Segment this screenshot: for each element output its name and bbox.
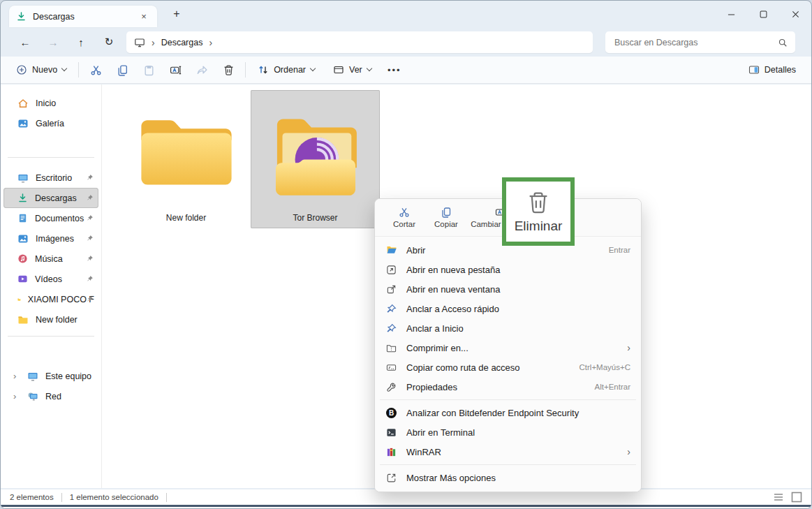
quick-action-label: Copiar [434, 220, 458, 228]
cut-button[interactable] [85, 59, 106, 80]
menu-item-label: Propiedades [406, 382, 457, 392]
sort-button[interactable]: Ordenar [252, 59, 320, 80]
submenu-chevron-icon: › [627, 446, 630, 457]
download-icon [16, 11, 27, 22]
menu-item-label: Analizar con Bitdefender Endpoint Securi… [406, 408, 579, 418]
sidebar-item-new-folder[interactable]: New folder [3, 309, 98, 330]
sidebar-item-videos[interactable]: Vídeos [3, 269, 98, 289]
sidebar-item-musica[interactable]: Música [3, 249, 98, 269]
more-options-button[interactable]: ••• [384, 59, 405, 80]
menu-item-winrar[interactable]: WinRAR › [378, 442, 637, 462]
pin-icon [86, 194, 94, 202]
delete-highlight-annotation[interactable]: Eliminar [502, 177, 575, 246]
delete-button[interactable] [218, 59, 239, 80]
file-tile-new-folder[interactable]: New folder [121, 90, 251, 228]
home-icon [17, 98, 29, 109]
copy-menu-button[interactable]: Copiar [425, 207, 467, 228]
minimize-button[interactable] [715, 1, 747, 27]
view-button-label: Ver [349, 65, 362, 75]
chevron-down-icon [367, 66, 372, 71]
menu-item-anclar-acceso-rapido[interactable]: Anclar a Acceso rápido [378, 299, 637, 318]
folder-icon [133, 90, 239, 213]
status-divider [166, 493, 167, 502]
plus-circle-icon [16, 64, 27, 75]
address-bar[interactable]: › Descargas › [126, 31, 593, 53]
menu-item-abrir-nueva-pestana[interactable]: Abrir en nueva pestaña [378, 260, 637, 279]
tab-descargas[interactable]: Descargas × [9, 6, 157, 27]
sidebar-item-este-equipo[interactable]: › Este equipo [3, 366, 98, 386]
sidebar-divider [8, 336, 94, 337]
sidebar-item-imagenes[interactable]: Imágenes [3, 228, 98, 249]
window-controls [715, 1, 811, 27]
breadcrumb-location[interactable]: Descargas [161, 38, 203, 47]
video-icon [17, 274, 28, 284]
expand-chevron-icon[interactable]: › [13, 371, 20, 381]
cut-icon [399, 207, 410, 218]
zip-folder-icon [385, 342, 397, 354]
desktop-icon [17, 172, 29, 184]
this-pc-icon [27, 371, 38, 382]
context-menu-items: Abrir Entrar Abrir en nueva pestaña Abri… [375, 237, 641, 492]
sidebar-item-label: New folder [36, 315, 77, 325]
sidebar-item-label: Documentos [35, 214, 84, 223]
menu-item-abrir-nueva-ventana[interactable]: Abrir en nueva ventana [378, 279, 637, 299]
download-icon [17, 193, 28, 203]
sidebar-item-xiaomi-poco[interactable]: XIAOMI POCO F [3, 289, 98, 309]
details-pane-icon [748, 64, 760, 75]
refresh-button[interactable]: ↻ [100, 33, 118, 51]
pin-icon [385, 303, 397, 315]
new-tab-button[interactable]: + [168, 6, 185, 22]
file-tile-tor-browser[interactable]: Tor Browser [251, 90, 380, 228]
search-box[interactable] [605, 31, 795, 53]
sidebar-item-descargas[interactable]: Descargas [3, 188, 98, 208]
winrar-icon [385, 446, 397, 458]
up-button[interactable]: ↑ [72, 33, 90, 51]
sidebar-item-escritorio[interactable]: Escritorio [3, 168, 98, 188]
back-button[interactable]: ← [16, 33, 34, 51]
menu-item-shortcut: Alt+Entrar [595, 383, 630, 391]
menu-item-propiedades[interactable]: Propiedades Alt+Entrar [378, 377, 637, 397]
paste-icon [143, 64, 155, 76]
menu-item-anclar-inicio[interactable]: Anclar a Inicio [378, 318, 637, 338]
menu-item-label: Anclar a Inicio [406, 323, 464, 334]
cut-menu-button[interactable]: Cortar [383, 207, 425, 228]
maximize-button[interactable] [747, 1, 779, 27]
menu-item-copiar-ruta[interactable]: Copiar como ruta de acceso Ctrl+Mayús+C [378, 357, 637, 377]
details-pane-button[interactable]: Detalles [743, 59, 802, 80]
file-name: Tor Browser [293, 213, 337, 223]
sidebar-item-inicio[interactable]: Inicio [3, 93, 98, 113]
pin-icon [385, 323, 397, 334]
copy-button[interactable] [112, 59, 133, 80]
menu-item-bitdefender[interactable]: B Analizar con Bitdefender Endpoint Secu… [378, 403, 637, 422]
menu-item-abrir-terminal[interactable]: Abrir en Terminal [378, 422, 637, 442]
new-button[interactable]: Nuevo [10, 59, 72, 80]
sidebar-item-galeria[interactable]: Galería [3, 113, 98, 133]
large-icons-view-icon[interactable] [791, 492, 802, 503]
open-in-window-icon [385, 283, 397, 295]
close-icon [792, 10, 799, 18]
menu-item-label: Anclar a Acceso rápido [406, 304, 499, 314]
copy-icon [441, 207, 452, 218]
share-button [191, 59, 212, 80]
chevron-down-icon [61, 66, 67, 71]
breadcrumb-chevron-icon[interactable]: › [209, 37, 212, 48]
sidebar-item-red[interactable]: › Red [3, 386, 98, 406]
view-button[interactable]: Ver [327, 59, 377, 80]
menu-item-label: WinRAR [406, 447, 441, 457]
expand-chevron-icon[interactable]: › [13, 391, 20, 401]
file-explorer-window: Descargas × + ← → ↑ ↻ › Descargas › [0, 0, 812, 509]
rename-button[interactable] [165, 59, 186, 80]
forward-button[interactable]: → [44, 33, 62, 51]
copy-icon [117, 64, 128, 76]
sidebar-divider [8, 157, 94, 158]
tab-close-icon[interactable]: × [138, 10, 150, 23]
sidebar-item-documentos[interactable]: Documentos [3, 208, 98, 228]
sort-button-label: Ordenar [274, 65, 306, 75]
close-button[interactable] [779, 1, 811, 27]
sidebar-item-label: XIAOMI POCO F [28, 295, 94, 304]
search-input[interactable] [613, 37, 778, 48]
menu-item-mostrar-mas-opciones[interactable]: Mostrar Más opciones [378, 468, 637, 487]
details-view-icon[interactable] [773, 492, 784, 502]
details-pane-label: Detalles [765, 65, 796, 75]
menu-item-comprimir[interactable]: Comprimir en... › [378, 338, 637, 357]
